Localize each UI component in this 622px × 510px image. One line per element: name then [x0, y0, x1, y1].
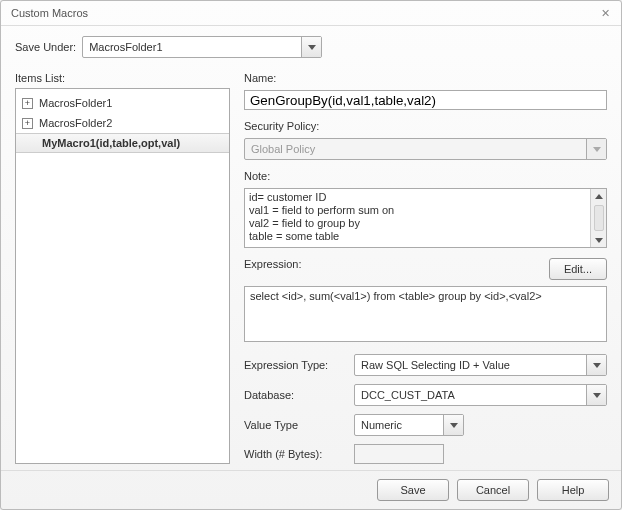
chevron-down-icon	[586, 139, 606, 159]
value-type-value: Numeric	[355, 419, 443, 431]
dialog-footer: Save Cancel Help	[1, 470, 621, 509]
security-policy-combo: Global Policy	[244, 138, 607, 160]
scroll-down-icon[interactable]	[591, 233, 606, 247]
tree-node-macro-selected[interactable]: MyMacro1(id,table,opt,val)	[16, 133, 229, 153]
save-under-label: Save Under:	[15, 41, 76, 53]
chevron-down-icon[interactable]	[586, 355, 606, 375]
database-value: DCC_CUST_DATA	[355, 389, 586, 401]
scroll-up-icon[interactable]	[591, 189, 606, 203]
database-combo[interactable]: DCC_CUST_DATA	[354, 384, 607, 406]
value-type-combo[interactable]: Numeric	[354, 414, 464, 436]
security-policy-value: Global Policy	[245, 143, 586, 155]
width-input	[354, 444, 444, 464]
dialog-title: Custom Macros	[11, 7, 88, 19]
database-label: Database:	[244, 389, 354, 401]
tree-node-label: MyMacro1(id,table,opt,val)	[42, 137, 180, 149]
chevron-down-icon[interactable]	[443, 415, 463, 435]
chevron-down-icon[interactable]	[301, 37, 321, 57]
expand-icon[interactable]: +	[22, 118, 33, 129]
save-under-combo[interactable]: MacrosFolder1	[82, 36, 322, 58]
value-type-label: Value Type	[244, 419, 354, 431]
help-button[interactable]: Help	[537, 479, 609, 501]
expression-textarea[interactable]: select <id>, sum(<val1>) from <table> gr…	[244, 286, 607, 342]
edit-button[interactable]: Edit...	[549, 258, 607, 280]
tree-node-folder1[interactable]: + MacrosFolder1	[16, 93, 229, 113]
custom-macros-dialog: Custom Macros ✕ Save Under: MacrosFolder…	[0, 0, 622, 510]
cancel-button[interactable]: Cancel	[457, 479, 529, 501]
expression-text: select <id>, sum(<val1>) from <table> gr…	[250, 290, 542, 302]
save-under-value: MacrosFolder1	[83, 41, 301, 53]
tree-node-folder2[interactable]: + MacrosFolder2	[16, 113, 229, 133]
name-input[interactable]	[244, 90, 607, 110]
note-textarea[interactable]: id= customer ID val1 = field to perform …	[244, 188, 607, 248]
save-button[interactable]: Save	[377, 479, 449, 501]
tree-node-label: MacrosFolder2	[39, 117, 112, 129]
expression-type-combo[interactable]: Raw SQL Selecting ID + Value	[354, 354, 607, 376]
security-policy-label: Security Policy:	[244, 120, 607, 132]
scrollbar[interactable]	[590, 189, 606, 247]
chevron-down-icon[interactable]	[586, 385, 606, 405]
tree-node-label: MacrosFolder1	[39, 97, 112, 109]
expression-type-value: Raw SQL Selecting ID + Value	[355, 359, 586, 371]
save-under-row: Save Under: MacrosFolder1	[15, 36, 607, 58]
note-text: id= customer ID val1 = field to perform …	[245, 189, 590, 247]
name-label: Name:	[244, 72, 607, 84]
expression-label: Expression:	[244, 258, 301, 270]
note-label: Note:	[244, 170, 607, 182]
expression-type-label: Expression Type:	[244, 359, 354, 371]
scroll-thumb[interactable]	[594, 205, 604, 231]
items-list-label: Items List:	[15, 72, 230, 84]
titlebar: Custom Macros ✕	[1, 1, 621, 26]
close-icon[interactable]: ✕	[597, 5, 613, 21]
expand-icon[interactable]: +	[22, 98, 33, 109]
width-label: Width (# Bytes):	[244, 448, 354, 460]
items-list-tree[interactable]: + MacrosFolder1 + MacrosFolder2 MyMacro1…	[15, 88, 230, 464]
